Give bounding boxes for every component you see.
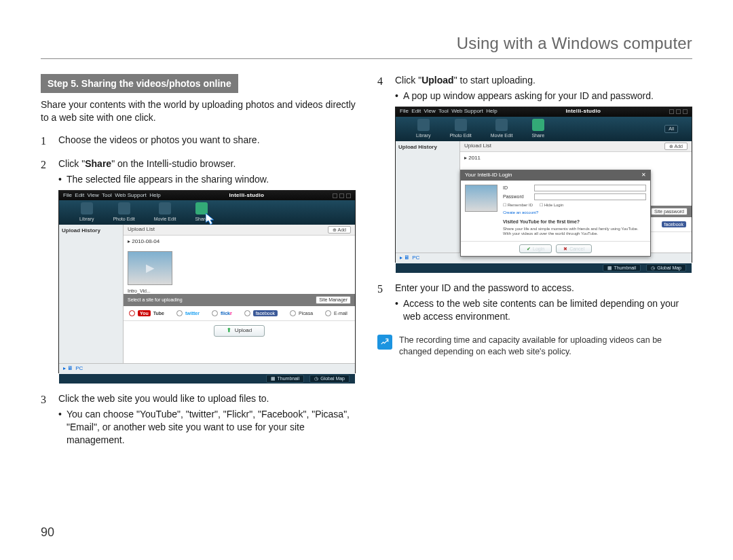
step-intro: Share your contents with the world by up… bbox=[41, 98, 356, 124]
note-block: The recording time and capacity availabl… bbox=[377, 335, 692, 358]
bullet-list: Access to the web site contents can be l… bbox=[395, 297, 692, 323]
thumbnail-caption: Intro_Vid... bbox=[128, 288, 351, 294]
toolbar-item-photo-edit[interactable]: Photo Edit bbox=[113, 202, 134, 222]
window-titlebar: File Edit View Tool Web Support Help Int… bbox=[396, 107, 692, 117]
bullet: A pop up window appears asking for your … bbox=[395, 90, 692, 102]
main-header-label: Upload List bbox=[128, 226, 155, 234]
site-grid: YouTube twitter flickr facebook Picasa E… bbox=[124, 306, 355, 320]
text: " to start uploading. bbox=[454, 75, 535, 86]
step-item: 4 Click "Upload" to start uploading. A p… bbox=[377, 74, 692, 272]
pc-row[interactable]: ▸ 🖥 PC bbox=[59, 363, 355, 374]
bullet: The selected file appears in the sharing… bbox=[58, 173, 356, 186]
hide-checkbox[interactable]: ☐ Hide Login bbox=[540, 202, 563, 208]
window-titlebar: File Edit View Tool Web Support Help Int… bbox=[59, 191, 355, 200]
main-header-label: Upload List bbox=[464, 143, 491, 150]
add-button[interactable]: ⊕ Add bbox=[328, 226, 351, 234]
sidebar: Upload History bbox=[59, 225, 124, 363]
sidebar-header: Upload History bbox=[398, 144, 457, 151]
bullet: You can choose "YouTube", "twitter", "Fl… bbox=[58, 408, 356, 447]
status-bar: ▦ Thumbnail ◷ Global Map bbox=[396, 263, 692, 273]
main-header: Upload List ⊕ Add bbox=[124, 225, 355, 236]
manual-page: Using with a Windows computer Step 5. Sh… bbox=[0, 0, 733, 560]
step-number: 4 bbox=[377, 74, 388, 272]
sidebar: Upload History bbox=[396, 141, 460, 253]
pw-label: Password bbox=[503, 193, 531, 200]
app-toolbar: Library Photo Edit Movie Edit Share All bbox=[396, 117, 692, 141]
toolbar-item-share[interactable]: Share bbox=[531, 119, 544, 138]
step-text: Click "Share" on the Intelli-studio brow… bbox=[58, 157, 356, 383]
step-number: 3 bbox=[41, 392, 52, 449]
screenshot-upload-dialog: File Edit View Tool Web Support Help Int… bbox=[395, 107, 692, 263]
steps-list-left: 1 Choose the videos or photos you want t… bbox=[41, 134, 356, 449]
site-picasa[interactable]: Picasa bbox=[290, 310, 313, 316]
login-dialog: Your Intelli-ID Login✕ ID Password ☐ Rem… bbox=[460, 170, 651, 257]
view-thumbnail[interactable]: ▦ Thumbnail bbox=[603, 264, 641, 272]
dialog-question: Visited YouTube for the first time? bbox=[503, 219, 646, 225]
date-group: ▸ 2011 bbox=[460, 152, 692, 165]
site-email[interactable]: E-mail bbox=[325, 310, 347, 316]
step-item: 5 Enter your ID and the password to acce… bbox=[377, 282, 692, 326]
step-number: 2 bbox=[41, 157, 52, 383]
site-twitter[interactable]: twitter bbox=[176, 310, 200, 316]
create-account-link[interactable]: Create an account? bbox=[503, 210, 646, 215]
video-thumbnail[interactable] bbox=[128, 251, 172, 285]
step-text: Click the web site you would like to upl… bbox=[58, 392, 356, 449]
toolbar-item-library[interactable]: Library bbox=[79, 202, 94, 222]
password-input[interactable] bbox=[534, 193, 646, 200]
app-brand: Intelli-studio bbox=[565, 108, 601, 115]
toolbar-item-movie-edit[interactable]: Movie Edit bbox=[154, 202, 176, 222]
remember-checkbox[interactable]: ☐ Remember ID bbox=[503, 202, 533, 208]
text: Enter your ID and the password to access… bbox=[395, 282, 574, 293]
window-controls bbox=[669, 109, 688, 114]
cancel-button[interactable]: ✖Cancel bbox=[556, 244, 592, 253]
pw-row: Password bbox=[503, 193, 646, 200]
toolbar-item-movie-edit[interactable]: Movie Edit bbox=[491, 119, 513, 138]
bold-text: Upload bbox=[421, 75, 453, 86]
site-password-button[interactable]: Site password bbox=[651, 208, 688, 215]
site-facebook[interactable]: facebook bbox=[244, 310, 278, 316]
bold-text: Share bbox=[85, 158, 111, 169]
login-button[interactable]: ✔Login bbox=[519, 244, 552, 253]
menu-placeholder: File Edit View Tool Web Support Help bbox=[63, 192, 161, 200]
step-text: Click "Upload" to start uploading. A pop… bbox=[395, 74, 692, 272]
view-global-map[interactable]: ◷ Global Map bbox=[646, 264, 686, 272]
id-input[interactable] bbox=[534, 185, 646, 191]
status-bar: ▦ Thumbnail ◷ Global Map bbox=[59, 374, 355, 384]
view-global-map[interactable]: ◷ Global Map bbox=[309, 375, 350, 382]
svg-marker-0 bbox=[206, 213, 214, 225]
step-item: 1 Choose the videos or photos you want t… bbox=[41, 134, 356, 149]
filter-all[interactable]: All bbox=[664, 125, 678, 132]
close-icon[interactable]: ✕ bbox=[641, 172, 646, 179]
toolbar-item-library[interactable]: Library bbox=[416, 119, 430, 138]
id-row: ID bbox=[503, 185, 646, 191]
text: Click the web site you would like to upl… bbox=[58, 393, 269, 404]
app-brand: Intelli-studio bbox=[229, 192, 264, 200]
upload-button[interactable]: ⬆Upload bbox=[214, 325, 265, 337]
site-youtube[interactable]: YouTube bbox=[129, 310, 164, 316]
step-number: 5 bbox=[377, 282, 388, 326]
two-column-layout: Step 5. Sharing the videos/photos online… bbox=[41, 74, 692, 459]
dialog-buttons: ✔Login ✖Cancel bbox=[461, 241, 650, 256]
step-item: 3 Click the web site you would like to u… bbox=[41, 392, 356, 449]
step-heading: Step 5. Sharing the videos/photos online bbox=[41, 74, 238, 93]
page-number: 90 bbox=[41, 525, 54, 540]
toolbar-item-share[interactable]: Share bbox=[195, 202, 208, 222]
right-column: 4 Click "Upload" to start uploading. A p… bbox=[377, 74, 692, 459]
date-group: ▸ 2010-08-04 bbox=[124, 236, 355, 248]
checkbox-row: ☐ Remember ID☐ Hide Login bbox=[503, 202, 646, 208]
site-flickr[interactable]: flickr bbox=[212, 310, 232, 316]
dialog-titlebar: Your Intelli-ID Login✕ bbox=[461, 170, 650, 181]
graybar-label: Select a site for uploading bbox=[128, 297, 183, 303]
site-manager-button[interactable]: Site Manager bbox=[316, 296, 351, 303]
view-thumbnail[interactable]: ▦ Thumbnail bbox=[266, 375, 305, 382]
add-button[interactable]: ⊕ Add bbox=[664, 143, 688, 150]
dialog-description: Share your life and simple moments with … bbox=[503, 227, 646, 236]
toolbar-item-photo-edit[interactable]: Photo Edit bbox=[449, 119, 471, 138]
menu-placeholder: File Edit View Tool Web Support Help bbox=[400, 108, 497, 115]
site-facebook[interactable]: facebook bbox=[662, 221, 686, 227]
window-controls bbox=[333, 193, 351, 198]
bullet-list: A pop up window appears asking for your … bbox=[395, 90, 692, 102]
main-header: Upload List ⊕ Add bbox=[460, 141, 692, 152]
upload-row: ⬆Upload bbox=[124, 320, 355, 341]
sidebar-header: Upload History bbox=[62, 227, 120, 235]
